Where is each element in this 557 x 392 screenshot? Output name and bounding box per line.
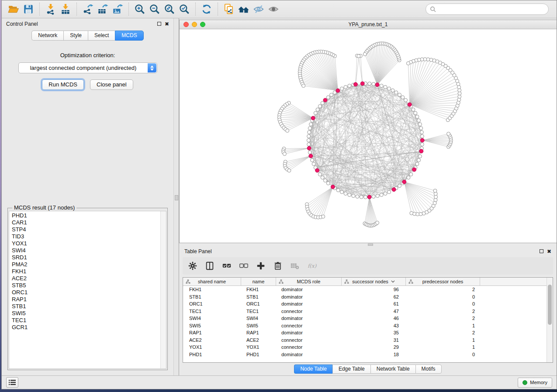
network-node[interactable]: [315, 168, 319, 172]
houses-button[interactable]: [236, 2, 251, 16]
import-network-button[interactable]: [43, 2, 58, 16]
table-row[interactable]: STB1STB1dominator620: [183, 293, 547, 301]
network-view[interactable]: [180, 29, 557, 243]
close-panel-button[interactable]: Close panel: [90, 79, 133, 90]
network-node[interactable]: [360, 82, 364, 86]
network-node[interactable]: [336, 89, 340, 93]
table-row[interactable]: TEC1TEC1connector472: [183, 308, 547, 315]
network-node[interactable]: [364, 196, 367, 199]
network-node[interactable]: [372, 195, 375, 198]
network-node[interactable]: [447, 132, 450, 136]
mcds-result-item[interactable]: SWI4: [12, 247, 160, 254]
table-row[interactable]: FKH1FKH1dominator962: [183, 286, 547, 293]
splitter-handle[interactable]: [368, 244, 373, 246]
tab-style[interactable]: Style: [63, 31, 88, 41]
network-node[interactable]: [321, 176, 324, 179]
network-node[interactable]: [318, 104, 322, 108]
table-row[interactable]: SWI4SWI4dominator462: [183, 315, 547, 322]
network-graph[interactable]: [180, 29, 557, 243]
network-node[interactable]: [407, 176, 410, 179]
network-node[interactable]: [307, 146, 311, 150]
export-table-button[interactable]: [95, 2, 110, 16]
network-node[interactable]: [412, 168, 416, 172]
splitter-handle[interactable]: [175, 195, 178, 200]
tab-network[interactable]: Network: [31, 31, 63, 41]
network-node[interactable]: [415, 162, 419, 166]
network-node[interactable]: [363, 52, 367, 56]
table-row[interactable]: ORC1ORC1dominator610: [183, 300, 547, 308]
network-node[interactable]: [357, 54, 360, 58]
network-node[interactable]: [433, 189, 437, 193]
network-node[interactable]: [420, 138, 424, 142]
network-node[interactable]: [420, 131, 423, 134]
mcds-result-item[interactable]: SRD1: [12, 254, 160, 261]
network-node[interactable]: [321, 101, 324, 105]
network-node[interactable]: [392, 188, 396, 192]
network-node[interactable]: [340, 190, 343, 194]
zoom-fit-button[interactable]: [162, 2, 177, 16]
add-column-icon[interactable]: [256, 261, 266, 271]
network-node[interactable]: [283, 152, 286, 156]
mcds-result-item[interactable]: STP4: [12, 226, 160, 233]
network-node[interactable]: [311, 158, 314, 162]
network-node[interactable]: [326, 96, 330, 99]
network-node[interactable]: [375, 83, 379, 87]
network-node[interactable]: [404, 98, 408, 102]
network-node[interactable]: [309, 123, 313, 126]
network-node[interactable]: [368, 82, 371, 86]
network-node[interactable]: [314, 111, 317, 115]
run-mcds-button[interactable]: Run MCDS: [42, 79, 84, 90]
task-history-button[interactable]: [6, 377, 18, 388]
network-node[interactable]: [398, 184, 401, 188]
column-header-name[interactable]: name: [241, 278, 276, 285]
network-node[interactable]: [376, 194, 379, 198]
network-node[interactable]: [384, 192, 387, 195]
network-node[interactable]: [391, 89, 394, 92]
network-node[interactable]: [420, 134, 424, 138]
network-node[interactable]: [308, 151, 311, 154]
network-node[interactable]: [367, 195, 371, 199]
network-node[interactable]: [418, 155, 422, 158]
network-node[interactable]: [336, 189, 340, 192]
network-node[interactable]: [387, 87, 391, 90]
table-row[interactable]: RAP1RAP1dominator352: [183, 329, 547, 337]
tab-mcds[interactable]: MCDS: [115, 31, 143, 41]
network-node[interactable]: [412, 108, 415, 111]
mcds-result-item[interactable]: TID3: [12, 233, 160, 240]
horizontal-splitter[interactable]: [179, 243, 557, 246]
hide-button[interactable]: [251, 2, 266, 16]
mcds-result-item[interactable]: ACE2: [12, 275, 160, 282]
network-node[interactable]: [307, 143, 311, 146]
mcds-result-item[interactable]: FKH1: [12, 268, 160, 275]
network-node[interactable]: [323, 179, 327, 182]
network-node[interactable]: [360, 195, 363, 199]
mcds-result-item[interactable]: GCR1: [12, 324, 160, 331]
select-all-icon[interactable]: [222, 261, 232, 271]
mcds-result-item[interactable]: CAR1: [12, 219, 160, 226]
network-node[interactable]: [309, 154, 313, 158]
float-panel-icon[interactable]: [157, 22, 161, 26]
mcds-result-item[interactable]: YOX1: [12, 240, 160, 247]
network-titlebar[interactable]: YPA_prune.txt_1: [180, 20, 557, 29]
mcds-result-item[interactable]: TEC1: [12, 317, 160, 324]
network-node[interactable]: [331, 185, 335, 189]
tab-select[interactable]: Select: [88, 31, 115, 41]
close-panel-icon[interactable]: ✖: [165, 21, 169, 27]
network-node[interactable]: [307, 138, 310, 142]
mcds-result-item[interactable]: SWI5: [12, 310, 160, 317]
close-panel-icon[interactable]: ✖: [547, 249, 551, 254]
mcds-result-item[interactable]: ORC1: [12, 289, 160, 296]
tab-edge-table[interactable]: Edge Table: [332, 364, 370, 374]
network-node[interactable]: [322, 215, 325, 218]
network-node[interactable]: [308, 131, 311, 134]
network-node[interactable]: [307, 134, 311, 138]
network-node[interactable]: [419, 212, 422, 216]
network-node[interactable]: [311, 116, 315, 120]
network-node[interactable]: [387, 190, 391, 194]
tab-node-table[interactable]: Node Table: [294, 364, 332, 374]
tab-network-table[interactable]: Network Table: [370, 364, 415, 374]
show-columns-icon[interactable]: [205, 261, 214, 271]
network-node[interactable]: [308, 127, 311, 130]
network-node[interactable]: [287, 169, 291, 172]
delete-column-trash-icon[interactable]: [273, 261, 283, 271]
